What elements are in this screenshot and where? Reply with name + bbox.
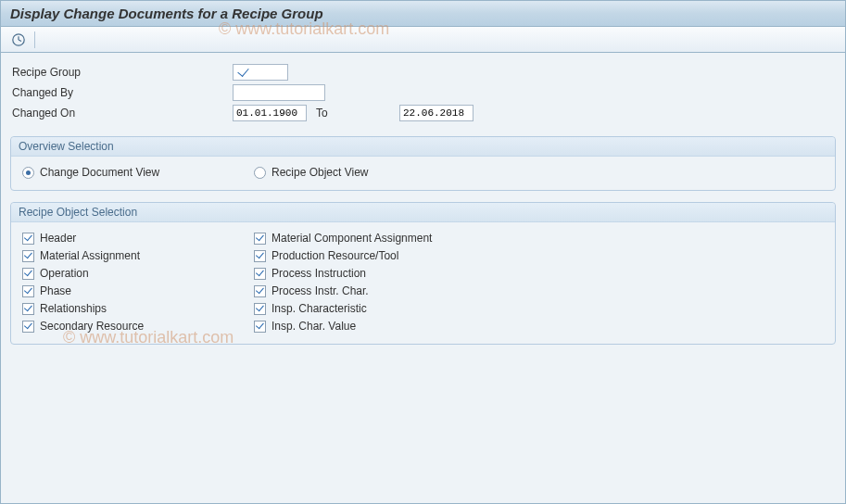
chk-material-assignment[interactable]: [22, 250, 34, 262]
chk-label-relationships[interactable]: Relationships: [40, 302, 107, 315]
group-title-recipe-object: Recipe Object Selection: [11, 203, 835, 222]
radio-change-document-view[interactable]: [22, 167, 34, 179]
row-recipe-group: Recipe Group: [10, 62, 836, 82]
chk-label-secondary-resource[interactable]: Secondary Resource: [40, 320, 144, 333]
sap-window: Display Change Documents for a Recipe Gr…: [0, 0, 846, 504]
app-toolbar: [1, 27, 845, 53]
chk-phase[interactable]: [22, 285, 34, 297]
svg-line-2: [19, 40, 21, 42]
chk-material-component-assignment[interactable]: [254, 233, 266, 245]
chk-label-process-instr-char[interactable]: Process Instr. Char.: [271, 284, 369, 297]
chk-process-instruction[interactable]: [254, 268, 266, 280]
chk-label-header[interactable]: Header: [40, 232, 76, 245]
row-changed-by: Changed By: [10, 82, 836, 103]
chk-label-phase[interactable]: Phase: [40, 284, 71, 297]
page-title: Display Change Documents for a Recipe Gr…: [1, 1, 845, 27]
radio-label-change-document-view[interactable]: Change Document View: [40, 166, 159, 179]
chk-label-production-resource-tool[interactable]: Production Resource/Tool: [271, 249, 398, 262]
chk-label-material-assignment[interactable]: Material Assignment: [40, 249, 140, 262]
group-overview-selection: Overview Selection Change Document View …: [10, 136, 836, 191]
label-changed-on: Changed On: [10, 107, 233, 120]
clock-execute-icon: [11, 32, 26, 47]
selection-form: Recipe Group Changed By Changed On To: [10, 62, 836, 123]
chk-label-insp-char-value[interactable]: Insp. Char. Value: [271, 320, 356, 333]
label-changed-by: Changed By: [10, 86, 233, 99]
chk-header[interactable]: [22, 233, 34, 245]
check-grid: Header Material Component Assignment Mat…: [22, 232, 824, 333]
chk-label-insp-characteristic[interactable]: Insp. Characteristic: [271, 302, 367, 315]
content-area: © www.tutorialkart.com Recipe Group Chan…: [1, 53, 845, 365]
toolbar-divider: [34, 32, 35, 48]
input-changed-on-from[interactable]: [233, 105, 307, 121]
input-changed-on-to[interactable]: [399, 105, 474, 121]
label-to: To: [307, 107, 362, 120]
chk-relationships[interactable]: [22, 303, 34, 315]
chk-insp-characteristic[interactable]: [254, 303, 266, 315]
execute-button[interactable]: [8, 31, 29, 49]
chk-process-instr-char[interactable]: [254, 285, 266, 297]
chk-insp-char-value[interactable]: [254, 321, 266, 333]
label-recipe-group: Recipe Group: [10, 66, 233, 79]
chk-label-process-instruction[interactable]: Process Instruction: [271, 267, 366, 280]
radio-recipe-object-view[interactable]: [254, 167, 266, 179]
chk-label-operation[interactable]: Operation: [40, 267, 89, 280]
row-changed-on: Changed On To: [10, 103, 836, 123]
input-changed-by[interactable]: [233, 84, 325, 101]
chk-label-material-component-assignment[interactable]: Material Component Assignment: [271, 232, 432, 245]
group-recipe-object-selection: Recipe Object Selection Header Material …: [10, 202, 836, 345]
chk-operation[interactable]: [22, 268, 34, 280]
chk-secondary-resource[interactable]: [22, 321, 34, 333]
chk-production-resource-tool[interactable]: [254, 250, 266, 262]
group-title-overview: Overview Selection: [11, 137, 835, 157]
radio-row-overview: Change Document View Recipe Object View: [22, 166, 824, 179]
radio-label-recipe-object-view[interactable]: Recipe Object View: [271, 166, 369, 179]
